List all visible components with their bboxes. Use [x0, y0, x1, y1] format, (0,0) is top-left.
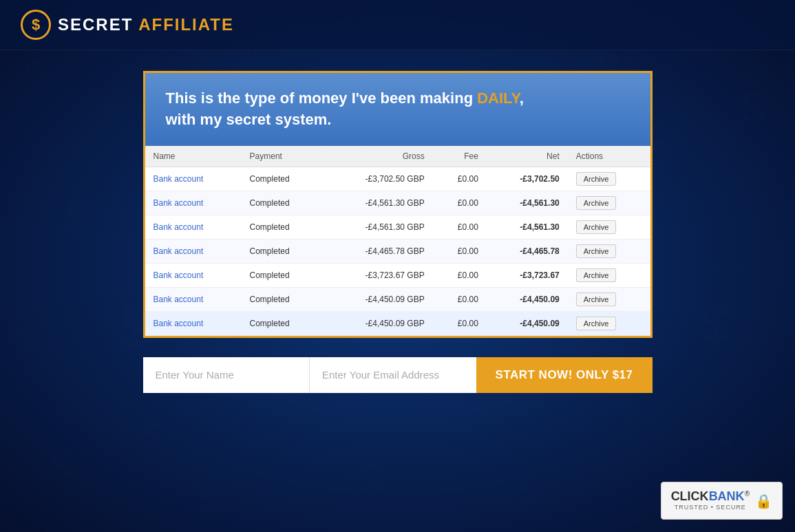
bank-text: BANK: [709, 489, 745, 503]
cta-button[interactable]: START NOW! ONLY $17: [476, 357, 653, 393]
cell-fee: £0.00: [433, 263, 487, 287]
cell-payment: Completed: [242, 191, 324, 215]
table-row: Bank account Completed -£4,561.30 GBP £0…: [145, 215, 650, 239]
banner-title: This is the type of money I've been maki…: [166, 88, 630, 131]
table-row: Bank account Completed -£4,450.09 GBP £0…: [145, 287, 650, 311]
cell-payment: Completed: [242, 263, 324, 287]
cell-fee: £0.00: [433, 311, 487, 335]
name-input[interactable]: [143, 357, 310, 393]
cell-net: -£3,723.67: [487, 263, 568, 287]
table-row: Bank account Completed -£4,465.78 GBP £0…: [145, 239, 650, 263]
cell-name: Bank account: [145, 191, 242, 215]
signup-form: START NOW! ONLY $17: [143, 357, 653, 393]
archive-button[interactable]: Archive: [576, 172, 617, 186]
archive-button[interactable]: Archive: [576, 292, 617, 306]
banner-title-prefix: This is the type of money I've been maki…: [166, 89, 478, 107]
cell-gross: -£4,450.09 GBP: [323, 287, 432, 311]
banner-title-suffix: ,: [520, 89, 524, 107]
cell-payment: Completed: [242, 311, 324, 335]
cell-name: Bank account: [145, 239, 242, 263]
lock-icon: 🔒: [755, 493, 772, 509]
cell-gross: -£3,702.50 GBP: [323, 167, 432, 191]
cb-trusted-text: TRUSTED • SECURE: [671, 504, 750, 512]
cell-fee: £0.00: [433, 287, 487, 311]
banner-title-highlight: DAILY: [477, 89, 520, 107]
cell-name: Bank account: [145, 215, 242, 239]
main-content: This is the type of money I've been maki…: [0, 50, 795, 393]
table-row: Bank account Completed -£3,723.67 GBP £0…: [145, 263, 650, 287]
archive-button[interactable]: Archive: [576, 244, 617, 258]
col-net: Net: [487, 146, 568, 167]
logo-secret: SECRET: [58, 15, 133, 34]
table-row: Bank account Completed -£4,450.09 GBP £0…: [145, 311, 650, 335]
logo-affiliate: AFFILIATE: [138, 15, 234, 34]
archive-button[interactable]: Archive: [576, 268, 617, 282]
table-row: Bank account Completed -£3,702.50 GBP £0…: [145, 167, 650, 191]
cell-gross: -£4,561.30 GBP: [323, 215, 432, 239]
archive-button[interactable]: Archive: [576, 317, 617, 330]
col-actions: Actions: [568, 146, 650, 167]
table-row: Bank account Completed -£4,561.30 GBP £0…: [145, 191, 650, 215]
archive-button[interactable]: Archive: [576, 220, 617, 234]
cell-net: -£4,561.30: [487, 215, 568, 239]
cell-net: -£4,561.30: [487, 191, 568, 215]
table-header-row: Name Payment Gross Fee Net Actions: [145, 146, 650, 167]
cell-fee: £0.00: [433, 191, 487, 215]
cell-payment: Completed: [242, 287, 324, 311]
cell-name: Bank account: [145, 263, 242, 287]
col-name: Name: [145, 146, 242, 167]
banner-subtitle: with my secret system.: [166, 111, 332, 128]
logo-circle: $: [21, 10, 51, 40]
cell-name: Bank account: [145, 167, 242, 191]
logo-dollar-icon: $: [32, 16, 40, 34]
cell-action: Archive: [568, 191, 650, 215]
cell-action: Archive: [568, 311, 650, 335]
col-gross: Gross: [323, 146, 432, 167]
cell-action: Archive: [568, 287, 650, 311]
cell-payment: Completed: [242, 239, 324, 263]
cell-fee: £0.00: [433, 167, 487, 191]
banner-header: This is the type of money I've been maki…: [145, 73, 650, 146]
col-payment: Payment: [242, 146, 324, 167]
cell-fee: £0.00: [433, 215, 487, 239]
cell-payment: Completed: [242, 167, 324, 191]
cell-net: -£4,465.78: [487, 239, 568, 263]
cell-net: -£4,450.09: [487, 311, 568, 335]
clickbank-badge: CLICKBANK® TRUSTED • SECURE 🔒: [661, 482, 783, 520]
logo-text: SECRET AFFILIATE: [58, 15, 234, 34]
email-input[interactable]: [310, 357, 476, 393]
cell-gross: -£4,465.78 GBP: [323, 239, 432, 263]
cell-action: Archive: [568, 263, 650, 287]
cell-action: Archive: [568, 215, 650, 239]
cell-payment: Completed: [242, 215, 324, 239]
cell-name: Bank account: [145, 287, 242, 311]
clickbank-text: CLICKBANK® TRUSTED • SECURE: [671, 489, 750, 512]
cell-net: -£3,702.50: [487, 167, 568, 191]
cell-action: Archive: [568, 239, 650, 263]
banner-card: This is the type of money I've been maki…: [143, 71, 653, 338]
cell-name: Bank account: [145, 311, 242, 335]
reg-symbol: ®: [745, 490, 750, 498]
cell-gross: -£3,723.67 GBP: [323, 263, 432, 287]
transactions-table: Name Payment Gross Fee Net Actions Bank …: [145, 146, 650, 336]
cell-net: -£4,450.09: [487, 287, 568, 311]
archive-button[interactable]: Archive: [576, 196, 617, 210]
cell-gross: -£4,561.30 GBP: [323, 191, 432, 215]
col-fee: Fee: [433, 146, 487, 167]
cell-fee: £0.00: [433, 239, 487, 263]
cell-gross: -£4,450.09 GBP: [323, 311, 432, 335]
header: $ SECRET AFFILIATE: [0, 0, 795, 50]
cell-action: Archive: [568, 167, 650, 191]
click-text: CLICK: [671, 489, 709, 503]
